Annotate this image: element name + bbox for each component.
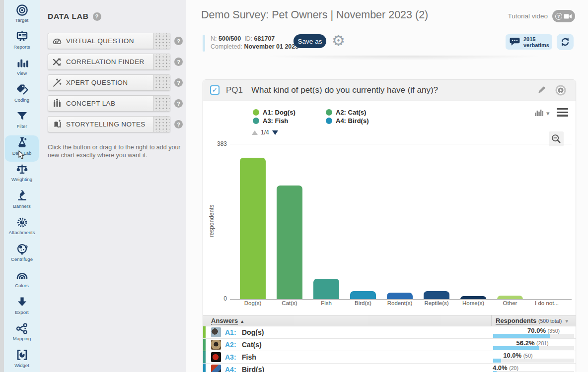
sidebar-label: Filter [16,124,27,129]
sidebar-item-view[interactable]: View [5,56,39,82]
settings-gear-icon[interactable]: ⚙ [332,32,345,49]
sidebar-item-target[interactable]: Target [5,2,39,29]
focus-target-icon[interactable] [555,84,567,98]
correlation-finder-button[interactable]: CORRELATION FINDER [48,54,170,70]
respondents-bar-track [493,346,574,350]
centrifuge-icon [14,242,29,256]
chart-type-selector[interactable]: ▾ [535,108,550,116]
respondents-bar [493,359,501,363]
sidebar-label: Export [15,310,28,315]
help-icon[interactable]: ? [174,99,183,108]
respondents-value: 56.2% (281) [493,339,549,347]
bar-Cat(s)[interactable] [277,186,302,299]
table-row[interactable]: A2:Cat(s)56.2% (281) [203,339,576,351]
answers-sort-header[interactable]: Answers▲ [211,317,244,324]
drag-handle-icon[interactable] [153,54,170,69]
sidebar-item-coding[interactable]: Coding [5,82,39,109]
tutorial-video[interactable]: Tutorial video ? [508,10,575,22]
legend-page-up-icon[interactable] [252,130,258,135]
sidebar-item-centrifuge[interactable]: Centrifuge [5,242,39,268]
concept-lab-button[interactable]: CONCEPT LAB [48,95,170,112]
sidebar-label: Mapping [13,336,31,341]
sort-desc-icon: ▼ [564,318,569,324]
sidebar-label: View [17,70,27,76]
sidebar-item-colors[interactable]: Colors [5,268,39,295]
storytelling-notes-button[interactable]: STORYTELLING NOTES [48,116,170,132]
table-row[interactable]: A1:Dog(s)70.0% (350) [203,326,576,339]
notes-icon [48,119,66,130]
legend-item[interactable]: A1: Dog(s) [253,109,295,116]
sidebar-item-attachments[interactable]: Attachments [5,215,39,242]
respondents-value: 70.0% (350) [493,327,560,334]
xpert-question-button[interactable]: XPERT QUESTION [48,74,170,91]
respondents-cell: 56.2% (281) [492,339,576,351]
bar-Dog(s)[interactable] [240,158,266,299]
help-icon[interactable]: ? [174,120,183,128]
answer-label: Fish [242,353,256,361]
legend-item[interactable]: A4: Bird(s) [326,117,368,124]
table-row[interactable]: A3:Fish10.0% (50) [203,351,576,364]
x-axis-label: Horse(s) [455,300,492,306]
drag-handle-icon[interactable] [153,33,170,49]
tool-label: CORRELATION FINDER [66,58,153,65]
sidebar-item-filter[interactable]: Filter [5,109,39,135]
verbatims-button[interactable]: 2015 verbatims [506,34,552,50]
drag-handle-icon[interactable] [153,117,170,132]
verbatims-label: 2015 verbatims [523,36,549,48]
sidebar-item-banners[interactable]: Banners [5,188,39,215]
answer-color-strip [203,339,206,351]
sun-gear-icon [14,215,29,230]
save-as-button[interactable]: Save as [294,34,326,48]
chart-menu-icon[interactable] [557,108,568,118]
drag-handle-icon[interactable] [153,96,170,111]
sidebar-item-export[interactable]: Export [5,295,39,321]
sidebar-item-weighting[interactable]: Weighting [5,162,39,188]
refresh-button[interactable] [557,34,574,50]
respondents-cell: 4.0% (20) [492,364,576,372]
bar-Fish[interactable] [313,279,339,299]
bar-Other[interactable] [497,296,523,299]
bar-Reptile(s)[interactable] [424,291,449,299]
legend-dot [326,118,332,124]
legend-item[interactable]: A2: Cat(s) [326,109,366,116]
microscope-icon [14,188,29,203]
answer-thumbnail [211,340,221,350]
x-axis-label: Fish [308,300,345,306]
sidebar-item-widget[interactable]: Widget [5,348,39,372]
help-icon[interactable]: ? [174,78,183,87]
chevron-down-icon: ▾ [546,111,550,116]
legend-item[interactable]: A3: Fish [253,117,288,124]
answer-color-strip [203,326,206,338]
chart-panel: ▾ A1: Dog(s) A2: Cat(s) A3: Fish A4: Bir… [203,101,576,372]
virtual-question-button[interactable]: VIRTUAL QUESTION [48,33,170,49]
x-axis-label: Rodent(s) [381,300,418,306]
rainbow-icon [14,268,29,283]
reports-icon [14,29,29,44]
legend-page-down-icon[interactable] [272,130,278,135]
bar-Rodent(s)[interactable] [387,293,413,299]
tutorial-video-badge-icon[interactable]: ? [552,10,575,22]
x-axis-label: I do not... [528,300,565,306]
help-icon[interactable]: ? [174,58,183,66]
x-axis-label: Cat(s) [271,300,308,306]
answer-thumbnail [211,352,221,362]
sidebar-item-reports[interactable]: Reports [5,29,39,56]
respondents-sort-header[interactable]: Respondents (500 total)▼ [496,317,569,324]
table-row[interactable]: A4:Bird(s)4.0% (20) [203,364,576,372]
drag-handle-icon[interactable] [153,75,170,90]
y-axis-max-tick: 383 [207,140,227,147]
help-icon[interactable]: ? [93,12,101,21]
answer-label: Cat(s) [242,341,262,349]
bar-Bird(s)[interactable] [350,291,376,299]
tool-label: CONCEPT LAB [66,100,153,107]
edit-pencil-icon[interactable] [537,85,546,97]
bar-Horse(s)[interactable] [460,296,486,299]
help-icon[interactable]: ? [174,37,183,45]
x-axis-label: Bird(s) [345,300,381,306]
sidebar-item-mapping[interactable]: Mapping [5,321,39,348]
x-axis-labels: Dog(s)Cat(s)FishBird(s)Rodent(s)Reptile(… [230,300,572,308]
panel-title-text: DATA LAB [48,12,89,21]
respondents-cell: 10.0% (50) [492,351,576,364]
content-shadow [227,56,580,62]
question-checkbox[interactable]: ✓ [210,85,220,95]
